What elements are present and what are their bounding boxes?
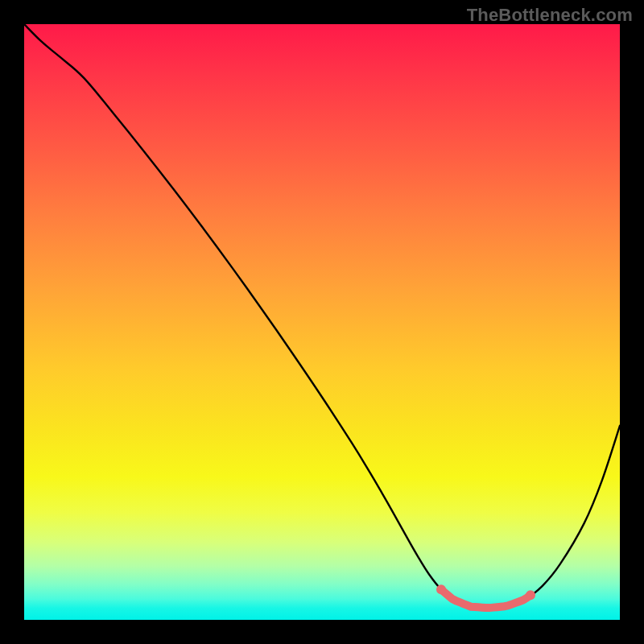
watermark-text: TheBottleneck.com [467,5,633,26]
chart-container: TheBottleneck.com [0,0,644,644]
optimal-range-highlight [441,589,530,608]
optimal-start-dot [436,584,446,594]
curve-overlay [24,24,620,620]
bottleneck-curve [24,24,620,608]
optimal-end-dot [526,590,535,600]
plot-area [24,24,620,620]
